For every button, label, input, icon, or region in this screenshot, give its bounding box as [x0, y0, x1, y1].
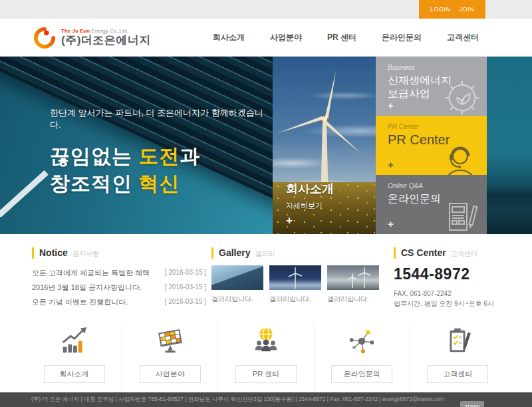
nav-item-business[interactable]: 사업분야	[270, 32, 302, 43]
cs-section: CS Center 고객센터 1544-8972 FAX. 061-807-22…	[394, 247, 505, 313]
section-head: CS Center 고객센터	[394, 247, 505, 259]
login-link[interactable]: LOGIN	[430, 6, 451, 13]
cs-phone: 1544-8972	[394, 265, 505, 283]
hero-banner: 한단계 앞서가는 파트너, 더 조은에너지가 함께하겠습니다. 끊임없는 도전과…	[0, 57, 273, 234]
gear-leaf-icon	[443, 78, 481, 116]
main-nav: 회사소개 사업분야 PR 센터 온라인문의 고객센터	[176, 32, 495, 43]
gallery-thumbnail-turbine[interactable]	[269, 265, 321, 290]
logo-en-red: The Jo Eun	[61, 28, 90, 34]
panel-online-inquiry[interactable]: Online Q&A 온라인문의 +	[376, 175, 487, 234]
cs-hours: 업무시간. 평일 오전 9시~오후 6시	[394, 299, 505, 309]
gallery-thumbnail-solar[interactable]	[211, 265, 263, 290]
gallery-thumbnail-turbines[interactable]	[327, 265, 379, 290]
plus-icon[interactable]: +	[388, 159, 394, 170]
notice-list: 모든 고객에게 제공되는 특별한 혜택 [ 2016-03-15 ] 2016년…	[32, 265, 206, 309]
gallery-section: Gallery 갤러리 갤러리입니다. 갤러리입니다.	[211, 247, 386, 313]
logo-icon	[33, 27, 56, 49]
gallery-item[interactable]: 갤러리입니다.	[269, 265, 321, 304]
section-title: Notice	[39, 247, 68, 258]
hero-title-text: 끊임없는	[50, 145, 138, 167]
logo[interactable]: The Jo Eun Energy Co.,Ltd. (주)더조은에너지	[33, 27, 176, 49]
solar-panel-icon	[122, 323, 217, 356]
notice-item-date: [ 2016-03-15 ]	[165, 295, 206, 309]
hero-edge-photo	[487, 57, 532, 234]
clipboard-check-icon	[410, 323, 505, 356]
logo-text: The Jo Eun Energy Co.,Ltd. (주)더조은에너지	[61, 29, 151, 47]
plus-icon[interactable]: +	[286, 214, 334, 227]
hero-panels: Business 신재생에너지보급사업 + PR Center	[376, 57, 487, 234]
company-card-more[interactable]: 자세히보기	[286, 201, 334, 211]
nav-item-online-inquiry[interactable]: 온라인문의	[382, 32, 422, 43]
notice-item[interactable]: 2016년 3월 18일 공지사항입니다. [ 2016-03-15 ]	[32, 280, 206, 295]
nav-item-company[interactable]: 회사소개	[213, 32, 245, 43]
section-head: Gallery 갤러리	[211, 247, 386, 259]
company-card-copy: 회사소개 자세히보기 +	[286, 181, 334, 227]
notice-section: Notice 공지사항 모든 고객에게 제공되는 특별한 혜택 [ 2016-0…	[32, 247, 206, 313]
gallery-caption: 갤러리입니다.	[211, 295, 263, 304]
company-card-title: 회사소개	[286, 181, 334, 197]
quicklink-label[interactable]: 회사소개	[44, 365, 105, 383]
hero-subtitle: 한단계 앞서가는 파트너, 더 조은에너지가 함께하겠습니다.	[50, 107, 273, 131]
notice-item-date: [ 2016-03-15 ]	[165, 265, 206, 280]
nav-item-cs-center[interactable]: 고객센터	[447, 32, 479, 43]
hero-section: 한단계 앞서가는 파트너, 더 조은에너지가 함께하겠습니다. 끊임없는 도전과…	[0, 57, 532, 234]
hero-title-text: 과	[180, 145, 200, 167]
gallery-item[interactable]: 갤러리입니다.	[211, 265, 263, 304]
headset-icon	[439, 139, 481, 175]
hero-company-card[interactable]: 회사소개 자세히보기 +	[273, 57, 376, 234]
hero-copy: 한단계 앞서가는 파트너, 더 조은에너지가 함께하겠습니다. 끊임없는 도전과…	[50, 107, 273, 197]
quicklink-label[interactable]: 고객센터	[427, 365, 488, 383]
logo-en-gray: Energy Co.,Ltd.	[91, 28, 128, 34]
section-subtitle: 공지사항	[72, 249, 99, 259]
notice-item-text: 오픈 기념 이벤트 진행합니다.	[32, 295, 128, 309]
admin-button[interactable]: ADMIN	[460, 401, 484, 407]
footer-info: (주) 더 조은 에너지 | 대표 조국성 | 사업자번호 785-81-005…	[31, 396, 444, 404]
gallery-caption: 갤러리입니다.	[327, 295, 379, 304]
footer: (주) 더 조은 에너지 | 대표 조국성 | 사업자번호 785-81-005…	[0, 392, 532, 407]
panel-pr-center[interactable]: PR Center PR Center +	[376, 116, 487, 175]
section-subtitle: 고객센터	[451, 249, 477, 259]
top-bar: LOGIN JOIN	[0, 0, 532, 19]
notice-item-text: 모든 고객에게 제공되는 특별한 혜택	[32, 265, 150, 280]
join-link[interactable]: JOIN	[459, 6, 474, 13]
panel-label: Online Q&A	[388, 182, 487, 190]
quicklink-business[interactable]: 사업분야	[122, 323, 217, 392]
hero-highlight: 혁신	[138, 172, 180, 194]
quicklink-cs-center[interactable]: 고객센터	[410, 323, 505, 392]
turbines-graphic	[327, 265, 379, 290]
panel-business[interactable]: Business 신재생에너지보급사업 +	[376, 57, 487, 116]
section-subtitle: 갤러리	[255, 249, 275, 259]
globe-people-icon	[218, 323, 313, 356]
plus-icon[interactable]: +	[388, 100, 394, 111]
notice-item-text: 2016년 3월 18일 공지사항입니다.	[32, 280, 142, 295]
header: The Jo Eun Energy Co.,Ltd. (주)더조은에너지 회사소…	[0, 19, 532, 57]
turbine-graphic	[269, 265, 321, 290]
gallery-item[interactable]: 갤러리입니다.	[327, 265, 379, 304]
info-strip: Notice 공지사항 모든 고객에게 제공되는 특별한 혜택 [ 2016-0…	[0, 234, 532, 313]
hero-title: 끊임없는 도전과 창조적인 혁신	[50, 142, 273, 197]
chart-growth-icon	[27, 323, 122, 356]
quicklink-label[interactable]: PR 센터	[235, 365, 297, 383]
quicklink-pr-center[interactable]: PR 센터	[217, 323, 313, 392]
panel-label: PR Center	[388, 123, 487, 130]
section-title: CS Center	[401, 247, 446, 258]
quicklinks: 회사소개 사업분야	[0, 313, 532, 392]
cs-fax: FAX. 061-807-2242	[394, 289, 505, 299]
solar-post-photo	[0, 170, 49, 217]
notice-item[interactable]: 오픈 기념 이벤트 진행합니다. [ 2016-03-15 ]	[32, 295, 206, 309]
notice-item[interactable]: 모든 고객에게 제공되는 특별한 혜택 [ 2016-03-15 ]	[32, 265, 206, 280]
hero-highlight: 도전	[138, 145, 180, 167]
auth-box: LOGIN JOIN	[419, 0, 485, 19]
quicklink-label[interactable]: 사업분야	[140, 365, 201, 383]
quicklink-online-inquiry[interactable]: 온라인문의	[314, 323, 410, 392]
gallery-caption: 갤러리입니다.	[269, 295, 321, 304]
gallery-list: 갤러리입니다. 갤러리입니다.	[211, 265, 386, 304]
notice-item-date: [ 2016-03-15 ]	[165, 280, 206, 295]
quicklink-company[interactable]: 회사소개	[27, 323, 122, 392]
section-head: Notice 공지사항	[32, 247, 206, 259]
nav-item-pr-center[interactable]: PR 센터	[327, 32, 356, 43]
quicklink-label[interactable]: 온라인문의	[331, 365, 392, 383]
section-title: Gallery	[219, 247, 250, 258]
document-pencil-icon	[442, 198, 481, 234]
plus-icon[interactable]: +	[388, 218, 394, 229]
